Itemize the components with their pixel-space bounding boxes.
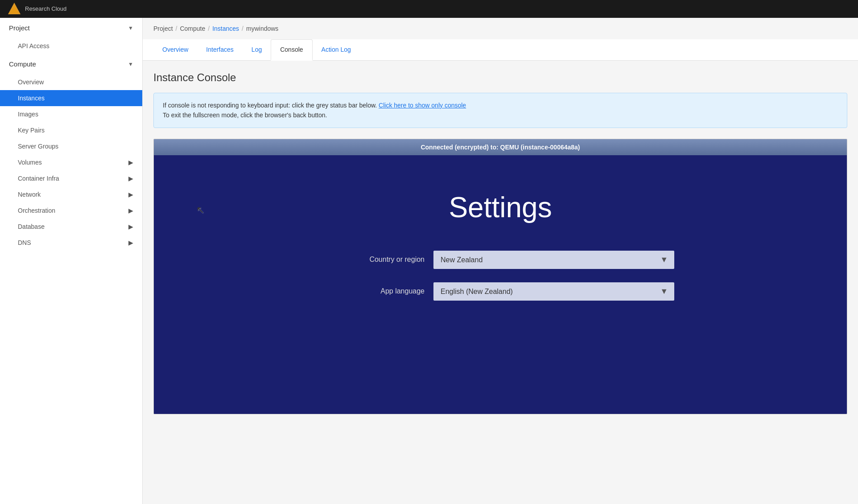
orchestration-chevron-icon: ▶ [128, 207, 133, 214]
content-area: Project / Compute / Instances / mywindow… [143, 18, 858, 504]
console-wrapper: Connected (encrypted) to: QEMU (instance… [153, 139, 847, 414]
breadcrumb-instance-name: mywindows [246, 25, 278, 32]
compute-chevron-icon: ▼ [128, 61, 133, 67]
compute-section[interactable]: Compute ▼ [0, 54, 142, 74]
sidebar-item-container-infra[interactable]: Container Infra ▶ [0, 170, 142, 186]
tab-overview[interactable]: Overview [153, 40, 197, 61]
country-label: Country or region [326, 256, 425, 264]
volumes-chevron-icon: ▶ [128, 159, 133, 166]
settings-form: Country or region New Zealand ▼ App lang… [326, 251, 674, 314]
sidebar-item-api-access[interactable]: API Access [0, 38, 142, 54]
logo: Research Cloud [7, 2, 66, 16]
container-infra-chevron-icon: ▶ [128, 175, 133, 182]
network-chevron-icon: ▶ [128, 191, 133, 198]
app-language-label: App language [326, 287, 425, 295]
tab-interfaces[interactable]: Interfaces [197, 40, 242, 61]
cursor-area: ↖ [196, 204, 204, 216]
country-select[interactable]: New Zealand [433, 251, 674, 269]
sidebar-item-database[interactable]: Database ▶ [0, 219, 142, 235]
app-language-select-wrapper: English (New Zealand) ▼ [433, 282, 674, 301]
breadcrumb: Project / Compute / Instances / mywindow… [143, 18, 858, 39]
tab-console[interactable]: Console [271, 39, 312, 61]
settings-title: Settings [449, 191, 552, 224]
dns-chevron-icon: ▶ [128, 239, 133, 246]
project-section[interactable]: Project ▼ [0, 18, 142, 38]
info-text-2: To exit the fullscreen mode, click the b… [163, 112, 327, 119]
database-chevron-icon: ▶ [128, 223, 133, 230]
sidebar-item-key-pairs[interactable]: Key Pairs [0, 122, 142, 138]
country-select-wrapper: New Zealand ▼ [433, 251, 674, 269]
tab-log[interactable]: Log [243, 40, 271, 61]
breadcrumb-project[interactable]: Project [153, 25, 173, 32]
country-row: Country or region New Zealand ▼ [326, 251, 674, 269]
compute-label: Compute [9, 60, 36, 68]
breadcrumb-sep-1: / [176, 25, 177, 32]
sidebar-item-network[interactable]: Network ▶ [0, 186, 142, 202]
logo-text: Research Cloud [25, 5, 66, 12]
breadcrumb-sep-3: / [242, 25, 243, 32]
page-title: Instance Console [153, 71, 847, 84]
sidebar-item-volumes[interactable]: Volumes ▶ [0, 154, 142, 170]
sidebar: Project ▼ API Access Compute ▼ Overview … [0, 18, 143, 504]
app-language-select[interactable]: English (New Zealand) [433, 282, 674, 301]
app-language-row: App language English (New Zealand) ▼ [326, 282, 674, 301]
sidebar-item-dns[interactable]: DNS ▶ [0, 235, 142, 251]
project-label: Project [9, 24, 30, 32]
breadcrumb-sep-2: / [208, 25, 210, 32]
show-only-console-link[interactable]: Click here to show only console [379, 102, 466, 109]
console-status-text: Connected (encrypted) to: QEMU (instance… [421, 144, 580, 151]
top-bar: Research Cloud [0, 0, 858, 18]
console-screen[interactable]: ↖ Settings Country or region New Zealand… [154, 155, 847, 414]
tabs: Overview Interfaces Log Console Action L… [143, 39, 858, 61]
info-box: If console is not responding to keyboard… [153, 93, 847, 128]
tab-action-log[interactable]: Action Log [313, 40, 360, 61]
main-layout: Project ▼ API Access Compute ▼ Overview … [0, 18, 858, 504]
sidebar-item-instances[interactable]: Instances [0, 90, 142, 106]
sidebar-item-server-groups[interactable]: Server Groups [0, 138, 142, 154]
console-status-bar[interactable]: Connected (encrypted) to: QEMU (instance… [154, 139, 847, 155]
sidebar-item-orchestration[interactable]: Orchestration ▶ [0, 202, 142, 219]
logo-icon [7, 2, 21, 16]
breadcrumb-instances[interactable]: Instances [212, 25, 239, 32]
sidebar-item-overview[interactable]: Overview [0, 74, 142, 90]
page-content: Instance Console If console is not respo… [143, 61, 858, 425]
sidebar-item-images[interactable]: Images [0, 106, 142, 122]
cursor-arrow-icon: ↖ [196, 204, 204, 215]
info-text-1: If console is not responding to keyboard… [163, 102, 377, 109]
project-chevron-icon: ▼ [128, 25, 133, 31]
breadcrumb-compute[interactable]: Compute [180, 25, 205, 32]
